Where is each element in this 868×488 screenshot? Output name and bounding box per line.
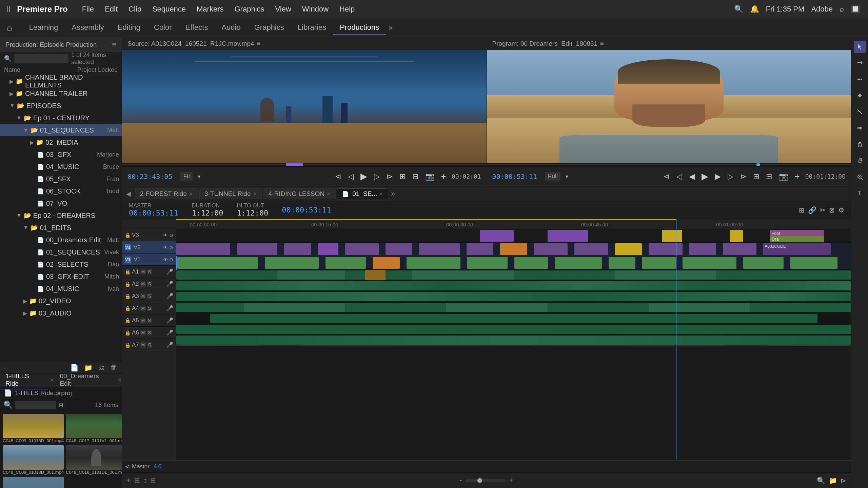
track-eye-v2[interactable]: ⊙	[169, 245, 173, 250]
a1-yellow-clip[interactable]	[365, 270, 386, 280]
tree-05-sfx[interactable]: 📄 05_SFX Fran	[0, 173, 122, 185]
tree-04-music-ep2[interactable]: 📄 04_MUSIC Ivan	[0, 283, 122, 295]
track-mic-a6[interactable]: 🎤	[166, 329, 173, 336]
tree-channel-trailer[interactable]: ▶ 📁 CHANNEL TRAILER	[0, 87, 122, 100]
play-stop-button[interactable]: ▶	[359, 170, 369, 183]
timeline-ruler[interactable]: 00:00:00:00 00:00:15:00 00:00:30:00 00:0…	[122, 219, 851, 229]
prog-extract[interactable]: ⊟	[765, 171, 773, 182]
track-mute-a5[interactable]: M	[140, 318, 146, 323]
tab-productions[interactable]: Productions	[333, 21, 386, 35]
mark-in-button[interactable]: ⊲	[334, 171, 342, 182]
tab-assembly[interactable]: Assembly	[65, 21, 111, 35]
track-lock-a1[interactable]: 🔒	[125, 269, 131, 274]
clip-v3-2[interactable]	[548, 230, 588, 242]
track-lock-a4[interactable]: 🔒	[125, 306, 131, 311]
project-search-input[interactable]	[14, 54, 68, 63]
prog-mark-in[interactable]: ⊲	[662, 171, 671, 182]
seq-more[interactable]: »	[391, 189, 395, 198]
tree-07-vo[interactable]: 📄 07_VO	[0, 197, 122, 209]
menu-help[interactable]: Help	[335, 3, 359, 15]
clip-v2-5[interactable]	[345, 243, 379, 255]
control-center-icon[interactable]: 🔲	[851, 5, 860, 14]
seq-tab-close-1[interactable]: ✕	[253, 191, 257, 197]
workspace-more[interactable]: »	[389, 23, 393, 32]
prog-play[interactable]: ▶	[700, 170, 710, 183]
track-mic-a7[interactable]: 🎤	[166, 342, 173, 348]
clip-v2-a001[interactable]: A001CODE	[763, 243, 831, 255]
tree-ep02[interactable]: ▼ 📂 Ep 02 - DREAMERS	[0, 209, 122, 222]
track-eye-v3[interactable]: ⊙	[169, 232, 173, 238]
zoom-slider[interactable]	[465, 479, 506, 482]
prog-fwd-frame[interactable]: ▶	[714, 171, 722, 182]
bin-grid-toggle[interactable]: ⊞	[59, 402, 63, 408]
notification-icon[interactable]: 🔔	[750, 5, 759, 14]
track-mute-a2[interactable]: M	[140, 281, 146, 287]
clip-v1-9[interactable]	[609, 257, 635, 269]
clip-v1-4[interactable]	[373, 257, 399, 269]
search-icon[interactable]: 🔍	[734, 5, 743, 14]
track-mic-a5[interactable]: 🎤	[166, 317, 173, 324]
tab-dreamers-close[interactable]: ✕	[117, 377, 122, 383]
menu-edit[interactable]: Edit	[100, 3, 122, 15]
track-solo-a3[interactable]: S	[147, 293, 152, 299]
clip-v2-14[interactable]	[689, 243, 716, 255]
menu-markers[interactable]: Markers	[192, 3, 228, 15]
menu-view[interactable]: View	[271, 3, 296, 15]
clip-v1-10[interactable]	[642, 257, 676, 269]
search-btn[interactable]: 🔍	[817, 476, 825, 485]
add-button[interactable]: +	[440, 170, 448, 183]
clip-v2-7[interactable]	[419, 243, 459, 255]
source-menu-icon[interactable]: ≡	[257, 40, 261, 47]
ripple-edit-tool[interactable]	[854, 73, 866, 85]
prog-export-frame[interactable]: 📷	[777, 171, 789, 182]
seq-prev-icon[interactable]: ◀	[126, 190, 131, 198]
bin-item-4[interactable]: C048_C018_0101DL_001.mp4	[66, 445, 122, 475]
track-solo-a6[interactable]: S	[147, 330, 152, 336]
clip-v2-3[interactable]	[284, 243, 311, 255]
track-solo-a1[interactable]: S	[147, 269, 152, 274]
seq-tab-close-0[interactable]: ✕	[189, 191, 193, 197]
tree-04-music[interactable]: 📄 04_MUSIC Bruce	[0, 161, 122, 173]
zoom-tool[interactable]	[854, 171, 866, 183]
slip-tool[interactable]	[854, 122, 866, 134]
clip-v2-12[interactable]	[615, 243, 642, 255]
prog-mark-out[interactable]: ⊳	[739, 171, 748, 182]
bin-item-1[interactable]: C048_C009_01018D_001.mp4	[3, 414, 64, 443]
tl-settings[interactable]: ⚙	[838, 206, 844, 214]
track-mute-a3[interactable]: M	[140, 293, 146, 299]
tree-02-selects[interactable]: 📄 02_SELECTS Dan	[0, 258, 122, 270]
scrubber-playhead[interactable]	[286, 163, 303, 166]
tl-toggle-2[interactable]: 🔗	[808, 206, 816, 214]
track-mute-a6[interactable]: M	[140, 330, 146, 336]
tab-editing[interactable]: Editing	[111, 21, 147, 35]
tree-dreamers-edit[interactable]: 📄 00_Dreamers Edit Matt	[0, 234, 122, 246]
export-btn[interactable]: ⊳	[841, 476, 846, 485]
zoom-in-btn[interactable]: +	[509, 476, 513, 484]
track-solo-a7[interactable]: S	[147, 342, 152, 348]
pen-tool[interactable]	[854, 138, 866, 150]
tree-03-gfx[interactable]: 📄 03_GFX Marjorie	[0, 148, 122, 161]
seq-tab-close-3[interactable]: ✕	[379, 191, 383, 197]
source-fit-dropdown[interactable]: Fit	[180, 172, 193, 181]
seq-tab-1[interactable]: 3-TUNNEL Ride ✕	[199, 188, 262, 199]
track-lock-a2[interactable]: 🔒	[125, 281, 131, 287]
track-mic-a1[interactable]: 🎤	[166, 268, 173, 275]
menu-sequence[interactable]: Sequence	[147, 3, 191, 15]
track-mic-a3[interactable]: 🎤	[166, 293, 173, 299]
source-scrubber[interactable]	[122, 163, 487, 166]
tree-ep01[interactable]: ▼ 📂 Ep 01 - CENTURY	[0, 112, 122, 124]
bin-search-input[interactable]	[15, 401, 56, 409]
clip-v2-6[interactable]	[386, 243, 413, 255]
prog-step-back[interactable]: ◁	[675, 171, 684, 182]
track-mic-a2[interactable]: 🎤	[166, 281, 173, 287]
tree-03-audio[interactable]: ▶ 📁 03_AUDIO	[0, 307, 122, 319]
export-frame-button[interactable]: 📷	[424, 171, 436, 182]
bin-item-2[interactable]: C048_C017_0101V1_001.mp4	[66, 414, 122, 443]
tab-effects[interactable]: Effects	[179, 21, 215, 35]
step-forward-button[interactable]: ▷	[373, 171, 381, 182]
track-lock-a6[interactable]: 🔒	[125, 330, 131, 336]
tab-audio[interactable]: Audio	[215, 21, 247, 35]
tab-dreamers-edit[interactable]: 00_Dreamers Edit	[54, 371, 116, 389]
bin-btn[interactable]: 📁	[829, 476, 837, 485]
tl-toggle-3[interactable]: ✂	[820, 206, 826, 214]
